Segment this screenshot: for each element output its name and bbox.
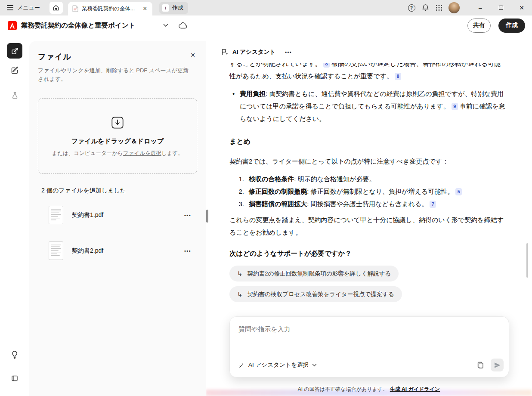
chip-arrow-icon: ↳ xyxy=(237,270,243,278)
dropzone-title: ファイルをドラッグ＆ドロップ xyxy=(71,137,164,145)
left-rail xyxy=(0,35,29,396)
file-row[interactable]: 契約書1.pdf ••• xyxy=(49,206,191,224)
input-card-bottom: AI アシスタントを選択 xyxy=(238,359,504,371)
plus-icon: + xyxy=(162,4,169,12)
files-panel-header: ファイル ✕ xyxy=(38,52,197,62)
list-number: 3. xyxy=(229,198,244,210)
window-maximize-button[interactable] xyxy=(491,0,511,15)
rail-compose-button[interactable] xyxy=(7,62,22,78)
document-title: 業務委託契約の全体像と重要ポイント xyxy=(21,21,136,30)
toolbar-right: 共有 作成 xyxy=(467,19,525,33)
cloud-save-icon[interactable] xyxy=(178,22,189,30)
titlebar: メニュー 業務委託契約の全体... ✕ + 作成 ? xyxy=(0,0,532,15)
apps-button[interactable] xyxy=(432,1,446,15)
user-avatar[interactable] xyxy=(448,2,460,13)
lightbulb-icon xyxy=(11,350,18,359)
help-button[interactable]: ? xyxy=(405,1,418,15)
hamburger-menu-icon xyxy=(7,5,13,10)
files-panel: ファイル ✕ ファイルやリンクを追加、削除すると PDF スペースが更新されます… xyxy=(29,41,206,396)
citation-badge[interactable]: 8 xyxy=(395,73,401,80)
citation-badge[interactable]: 9 xyxy=(452,103,458,110)
notifications-button[interactable] xyxy=(418,1,432,15)
response-text: : 明示的な合格通知が必要。 xyxy=(294,175,375,183)
bell-icon xyxy=(422,4,429,12)
rail-labs-button[interactable] xyxy=(7,87,22,103)
new-tab-create-button[interactable]: + 作成 xyxy=(159,2,188,14)
assistant-more-icon[interactable]: ••• xyxy=(285,50,292,55)
dropzone-sub-prefix: または、コンピューターから xyxy=(52,150,123,156)
home-tab[interactable] xyxy=(49,2,63,14)
pdf-thumbnail xyxy=(49,206,63,224)
file-dropzone[interactable]: ファイルをドラッグ＆ドロップ または、コンピューターからファイルを選択します。 xyxy=(38,98,197,174)
list-item: 2. 修正回数の制限撤廃: 修正回数が無制限となり、負担が増える可能性。5 xyxy=(229,185,506,198)
ai-assistant-icon xyxy=(221,48,229,56)
create-button[interactable]: 作成 xyxy=(498,19,525,33)
labs-icon xyxy=(11,91,19,99)
prompt-input[interactable] xyxy=(238,325,500,333)
rail-bottom xyxy=(7,347,22,396)
send-button[interactable] xyxy=(491,359,504,371)
file-name: 契約書1.pdf xyxy=(72,211,103,219)
document-tab[interactable]: 業務委託契約の全体... ✕ xyxy=(68,2,152,15)
compose-icon xyxy=(11,66,19,74)
response-text: : 間接損害や弁護士費用なども含まれる。 xyxy=(307,200,428,207)
chat-scrollbar[interactable] xyxy=(526,243,528,278)
send-icon xyxy=(494,362,501,369)
apps-grid-icon xyxy=(436,4,442,11)
prompt-input-card: AI アシスタントを選択 xyxy=(229,316,509,377)
suggestion-chips: ↳ 契約書2の修正回数無制限条項の影響を詳しく解説する ↳ 契約書の検収プロセス… xyxy=(229,266,506,302)
chip-label: 契約書2の修正回数無制限条項の影響を詳しく解説する xyxy=(247,270,391,278)
list-term: 修正回数の制限撤廃 xyxy=(249,188,307,195)
window-minimize-button[interactable]: – xyxy=(470,0,491,15)
title-chevron-down-icon[interactable] xyxy=(161,22,170,29)
chip-arrow-icon: ↳ xyxy=(237,291,243,298)
list-number: 1. xyxy=(229,173,244,185)
document-tab-icon xyxy=(72,5,78,12)
citation-badge[interactable]: 7 xyxy=(430,201,436,208)
menu-label: メニュー xyxy=(17,4,40,12)
suggestion-chip[interactable]: ↳ 契約書2の修正回数無制限条項の影響を詳しく解説する xyxy=(229,266,399,282)
share-button[interactable]: 共有 xyxy=(467,19,491,33)
minimize-icon: – xyxy=(479,4,482,11)
tab-close-icon[interactable]: ✕ xyxy=(142,6,148,12)
window-close-button[interactable]: ✕ xyxy=(511,0,532,15)
file-more-icon[interactable]: ••• xyxy=(184,248,191,254)
response-text: : 修正回数が無制限となり、負担が増える可能性。 xyxy=(307,188,454,195)
app-window: メニュー 業務委託契約の全体... ✕ + 作成 ? xyxy=(0,0,532,396)
followup-heading: 次はどのようなサポートが必要ですか？ xyxy=(229,247,506,260)
response-text: することが明記されています。 xyxy=(229,63,322,67)
document-tab-title: 業務委託契約の全体... xyxy=(82,5,139,12)
file-row[interactable]: 契約書2.pdf ••• xyxy=(49,241,191,260)
copy-plus-icon[interactable] xyxy=(475,360,486,370)
suggestion-chip[interactable]: ↳ 契約書の検収プロセス改善策をライター視点で提案する xyxy=(229,286,402,302)
files-panel-close-icon[interactable]: ✕ xyxy=(189,52,197,59)
choose-file-link[interactable]: ファイルを選択 xyxy=(123,150,161,156)
list-text: 修正回数の制限撤廃: 修正回数が無制限となり、負担が増える可能性。5 xyxy=(249,185,464,198)
rail-suggestions-button[interactable] xyxy=(7,347,22,362)
file-more-icon[interactable]: ••• xyxy=(184,213,191,218)
response-paragraph: 契約書2では、ライター側にとって以下の点が特に注意すべき変更点です： xyxy=(229,155,506,167)
rail-spaces-button[interactable] xyxy=(7,43,22,59)
titlebar-right: ? – ✕ xyxy=(405,0,532,15)
rail-panel-toggle-button[interactable] xyxy=(7,371,22,386)
bullet-term: 費用負担 xyxy=(240,90,266,97)
dropzone-subtitle: または、コンピューターからファイルを選択します。 xyxy=(52,150,183,157)
citation-badge[interactable]: 8 xyxy=(323,63,330,68)
list-item: 1. 検収の合格条件: 明示的な合格通知が必要。 xyxy=(229,173,506,185)
help-icon: ? xyxy=(408,4,415,12)
guideline-link[interactable]: 生成 AI ガイドライン xyxy=(390,386,440,392)
disclaimer-text: AI の回答は不正確な場合があります。 xyxy=(298,386,388,392)
ai-model-select-icon xyxy=(238,362,245,368)
create-label: 作成 xyxy=(506,22,518,29)
main-area: ファイル ✕ ファイルやリンクを追加、削除すると PDF スペースが更新されます… xyxy=(0,35,532,396)
assistant-selector[interactable]: AI アシスタントを選択 xyxy=(238,361,317,369)
file-name: 契約書2.pdf xyxy=(72,247,103,255)
files-panel-description: ファイルやリンクを追加、削除すると PDF スペースが更新されます。 xyxy=(38,66,192,84)
list-term: 検収の合格条件 xyxy=(249,175,294,183)
acrobat-logo-icon xyxy=(8,21,17,30)
citation-badge[interactable]: 5 xyxy=(455,188,462,195)
list-text: 検収の合格条件: 明示的な合格通知が必要。 xyxy=(249,173,375,185)
bullet-text: 費用負担: 両契約書ともに、通信費や資料代などの経費は原則乙の負担ですが、特別な… xyxy=(240,87,506,125)
panel-resize-handle[interactable] xyxy=(206,210,208,223)
menu-button[interactable]: メニュー xyxy=(5,2,42,13)
